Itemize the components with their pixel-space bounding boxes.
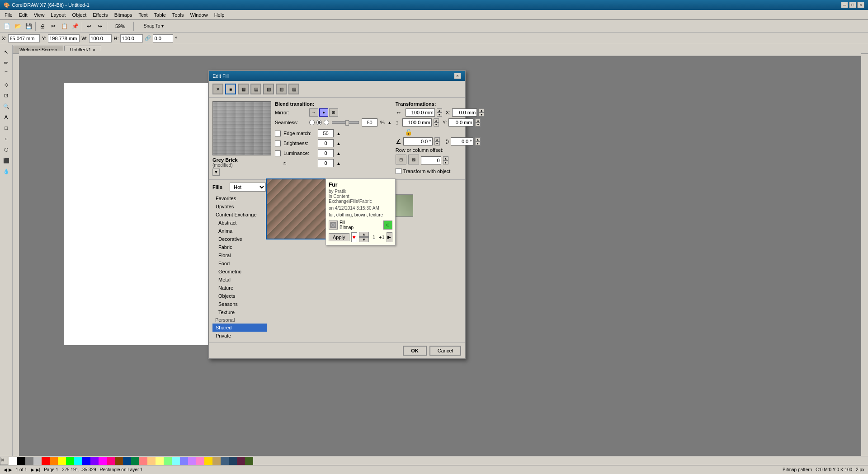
swatch-yellow[interactable] <box>58 457 66 465</box>
width-input[interactable] <box>406 108 435 117</box>
swatch-tan[interactable] <box>212 457 221 465</box>
open-btn[interactable]: 📂 <box>13 21 23 31</box>
new-btn[interactable]: 📄 <box>2 21 12 31</box>
title-bar-controls[interactable]: ─ □ × <box>841 2 864 8</box>
seamless-slider-track[interactable] <box>332 121 359 124</box>
dialog-close-btn[interactable]: × <box>454 73 461 79</box>
maximize-btn[interactable]: □ <box>849 2 856 8</box>
swatch-gold[interactable] <box>204 457 212 465</box>
swatch-blue[interactable] <box>82 457 90 465</box>
swatch-teal[interactable] <box>221 457 229 465</box>
paste-btn[interactable]: 📌 <box>70 21 80 31</box>
offset-icon-2[interactable]: ⊠ <box>408 155 419 164</box>
menu-tools[interactable]: Tools <box>170 11 187 19</box>
offset-up[interactable]: ▲ <box>443 156 448 160</box>
ty-input[interactable] <box>448 118 473 127</box>
tooltip-heart-btn[interactable]: ♥ <box>351 232 357 242</box>
cat-private[interactable]: Private <box>212 332 267 340</box>
swatch-navy[interactable] <box>123 457 131 465</box>
width-up[interactable]: ▲ <box>437 108 442 113</box>
luminance-input[interactable] <box>318 149 334 157</box>
swatch-red[interactable] <box>42 457 50 465</box>
cat-decorative[interactable]: Decorative <box>212 235 267 243</box>
menu-window[interactable]: Window <box>188 11 211 19</box>
transform-with-object-checkbox[interactable] <box>396 168 401 174</box>
ty-down[interactable]: ▼ <box>475 122 481 127</box>
swatch-orange[interactable] <box>50 457 58 465</box>
angle-transform-input[interactable] <box>403 137 433 145</box>
swatch-lightcyan[interactable] <box>172 457 180 465</box>
pattern-type-3[interactable]: ▦ <box>238 84 249 94</box>
swatch-lightgreen[interactable] <box>164 457 172 465</box>
height-down[interactable]: ▼ <box>434 122 439 127</box>
seamless-radio-1[interactable] <box>309 120 315 125</box>
menu-object[interactable]: Object <box>69 11 89 19</box>
menu-effects[interactable]: Effects <box>90 11 110 19</box>
swatch-gray[interactable] <box>25 457 33 465</box>
brightness-input[interactable] <box>318 139 334 147</box>
swatch-peach[interactable] <box>147 457 156 465</box>
cat-food[interactable]: Food <box>212 259 267 268</box>
save-btn[interactable]: 💾 <box>24 21 33 31</box>
cat-floral[interactable]: Floral <box>212 251 267 259</box>
swatch-darkblue[interactable] <box>229 457 237 465</box>
swatch-green[interactable] <box>131 457 139 465</box>
swatch-lime[interactable] <box>66 457 74 465</box>
swatch-purple[interactable] <box>90 457 99 465</box>
swatch-white[interactable] <box>9 457 17 465</box>
ok-button[interactable]: OK <box>403 346 427 356</box>
tx-down[interactable]: ▼ <box>479 113 484 117</box>
pattern-type-6[interactable]: ▥ <box>276 84 287 94</box>
swatch-cyan[interactable] <box>74 457 82 465</box>
menu-table[interactable]: Table <box>151 11 169 19</box>
cat-texture[interactable]: Texture <box>212 308 267 316</box>
tooltip-more-btn[interactable]: ▶ <box>387 232 392 242</box>
crop-tool[interactable]: ⊡ <box>1 90 11 100</box>
pattern-type-7[interactable]: ▨ <box>288 84 299 94</box>
swatch-black[interactable] <box>17 457 25 465</box>
preview-scroll-btn[interactable]: ▼ <box>212 169 220 176</box>
ty-up[interactable]: ▲ <box>475 118 481 122</box>
angle-up[interactable]: ▲ <box>434 137 440 141</box>
seamless-slider-thumb[interactable] <box>345 120 349 126</box>
tooltip-apply-btn[interactable]: Apply <box>329 233 349 241</box>
cat-seasons[interactable]: Seasons <box>212 300 267 308</box>
minimize-btn[interactable]: ─ <box>841 2 848 8</box>
cut-btn[interactable]: ✂ <box>48 21 58 31</box>
skew-up[interactable]: ▲ <box>475 137 481 141</box>
edge-match-checkbox[interactable] <box>275 131 281 136</box>
seamless-input[interactable] <box>362 118 377 127</box>
offset-input[interactable] <box>421 156 441 164</box>
r-input[interactable] <box>318 159 334 167</box>
cat-upvotes[interactable]: Upvotes <box>212 202 267 211</box>
cancel-button[interactable]: Cancel <box>429 346 461 356</box>
swatch-silver[interactable] <box>33 457 42 465</box>
pattern-type-2[interactable]: ■ <box>225 84 236 94</box>
cat-favorites[interactable]: Favorites <box>212 194 267 202</box>
cat-animal[interactable]: Animal <box>212 227 267 235</box>
mirror-h-btn[interactable]: ↔ <box>309 108 318 117</box>
menu-help[interactable]: Help <box>212 11 227 19</box>
pattern-type-1[interactable]: ✕ <box>212 84 223 94</box>
polygon-tool[interactable]: ⬡ <box>1 145 11 155</box>
edge-match-up[interactable]: ▲ <box>336 131 341 136</box>
close-btn[interactable]: × <box>857 2 864 8</box>
swatch-magenta[interactable] <box>99 457 107 465</box>
shape-tool[interactable]: ◇ <box>1 80 11 89</box>
cat-shared[interactable]: Shared <box>212 324 267 332</box>
offset-down[interactable]: ▼ <box>443 160 448 164</box>
height-up[interactable]: ▲ <box>434 118 439 122</box>
select-tool[interactable]: ↖ <box>1 47 11 57</box>
bezier-tool[interactable]: ⌒ <box>1 69 11 79</box>
menu-layout[interactable]: Layout <box>48 11 68 19</box>
tx-up[interactable]: ▲ <box>479 108 484 113</box>
skew-down[interactable]: ▼ <box>475 141 481 145</box>
angle-down[interactable]: ▼ <box>434 141 440 145</box>
menu-view[interactable]: View <box>31 11 47 19</box>
menu-bitmaps[interactable]: Bitmaps <box>112 11 135 19</box>
snap-to[interactable]: Snap To ▾ <box>136 21 172 31</box>
cat-nature[interactable]: Nature <box>212 284 267 292</box>
text-tool[interactable]: A <box>1 112 11 122</box>
copy-btn[interactable]: 📋 <box>59 21 69 31</box>
zoom-input[interactable]: 59% <box>109 21 132 31</box>
